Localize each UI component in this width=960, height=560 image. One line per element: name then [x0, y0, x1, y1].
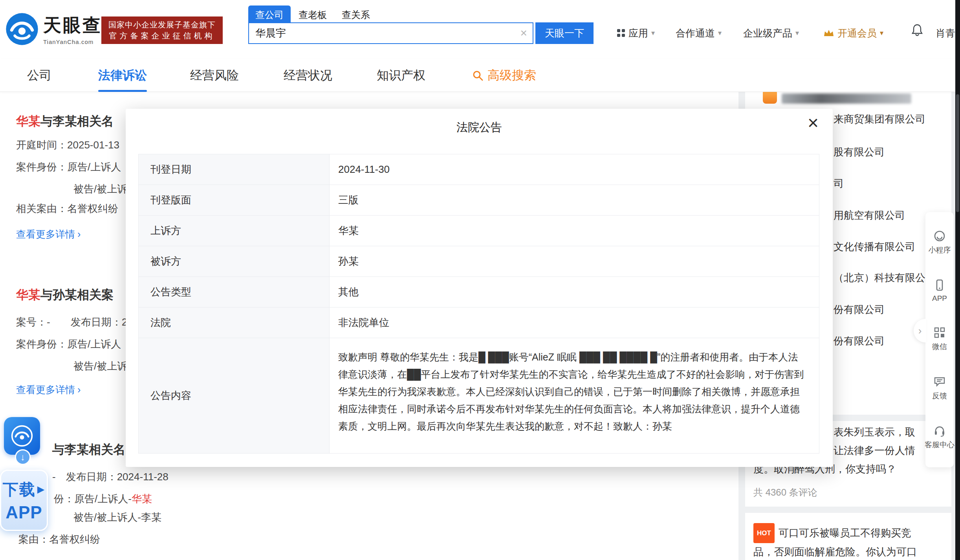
gov-badge: 国家中小企业发展子基金旗下 官方备案企业征信机构 — [101, 16, 223, 44]
play-icon: ▶ — [37, 484, 45, 495]
nav-intellectual-property[interactable]: 知识产权 — [377, 59, 425, 92]
company-list-item[interactable]: 股有限公司 — [834, 145, 885, 159]
menu-enterprise-label: 企业级产品 — [743, 27, 792, 40]
close-icon[interactable]: × — [808, 113, 819, 132]
view-more-link[interactable]: 查看更多详情› — [16, 228, 81, 241]
caret-down-icon: ▾ — [718, 29, 722, 37]
appellee-value: 孙某 — [330, 246, 819, 276]
sidebar-divider — [745, 507, 951, 513]
qr-code-icon — [933, 326, 946, 339]
page-section-value: 三版 — [330, 185, 819, 215]
company-list-item[interactable]: 来商贸集团有限公司 — [834, 112, 925, 126]
modal-title: 法院公告 — [126, 120, 833, 135]
case-number-date: 案号：- 发布日期：2 — [16, 315, 127, 329]
case-title[interactable]: 华某与孙某相关案 — [16, 287, 114, 303]
tianyancha-logo[interactable]: 天眼查 TianYanCha.com — [5, 13, 102, 46]
company-list-item[interactable]: 用航空有限公司 — [834, 209, 905, 222]
search-icon — [472, 70, 484, 81]
scrollbar-thumb[interactable] — [956, 94, 959, 212]
menu-cooperation[interactable]: 合作通道 ▾ — [676, 25, 722, 41]
case-title[interactable]: 与李某相关名 — [52, 441, 125, 458]
brand-text: 天眼查 TianYanCha.com — [43, 13, 102, 45]
toolbar-customer-service-label: 客服中心 — [925, 440, 955, 450]
toolbar-wechat[interactable]: 微信 — [932, 326, 947, 352]
company-list-item[interactable]: 份有限公司 — [834, 334, 885, 348]
notice-content-value: 致歉声明 尊敬的华某先生：我是█ ███账号“AlieZ 眠眠 ███ ██ █… — [330, 338, 819, 453]
headset-icon — [933, 424, 946, 437]
scrollbar[interactable] — [955, 0, 960, 560]
table-row: 公告内容 致歉声明 尊敬的华某先生：我是█ ███账号“AlieZ 眠眠 ███… — [139, 338, 819, 453]
table-row: 刊登版面 三版 — [139, 185, 819, 216]
company-list-item[interactable]: 司 — [834, 177, 844, 190]
publish-date-label: 刊登日期 — [139, 154, 330, 185]
news-comment-count: 共 4360 条评论 — [753, 486, 817, 499]
nav-company[interactable]: 公司 — [27, 59, 51, 92]
gov-badge-line2: 官方备案企业征信机构 — [108, 30, 216, 41]
caret-down-icon: ▾ — [795, 29, 799, 37]
toolbar-app-label: APP — [932, 294, 947, 303]
nav-lawsuit[interactable]: 法律诉讼 — [98, 59, 147, 92]
nav-business-risk[interactable]: 经营风险 — [190, 59, 239, 92]
company-list-item[interactable]: （北京）科技有限公 — [834, 271, 925, 285]
tianyancha-logo-icon — [11, 425, 33, 447]
toolbar-customer-service[interactable]: 客服中心 — [925, 424, 955, 450]
toolbar-miniprogram[interactable]: 小程序 — [929, 229, 951, 255]
tianyancha-logo-icon — [5, 13, 38, 46]
case-identity: 案件身份：原告/上诉人 — [16, 337, 121, 351]
case-identity: 份：原告/上诉人-华某 — [54, 492, 152, 506]
case-identity-defendant: 被告/被上诉 — [73, 359, 127, 373]
nav-advanced-search[interactable]: 高级搜索 — [472, 59, 536, 92]
menu-open-vip[interactable]: 开通会员 ▾ — [823, 25, 883, 41]
phone-icon — [933, 278, 946, 292]
search-box: × — [248, 22, 533, 44]
crown-icon — [823, 29, 834, 37]
case-party-highlight: 华某 — [16, 114, 40, 128]
appellant-value: 华某 — [330, 216, 819, 246]
side-toolbar: 小程序 APP 微信 反馈 客服中心 — [925, 212, 954, 467]
menu-vip-label: 开通会员 — [837, 27, 877, 40]
publish-date-value: 2024-11-30 — [330, 154, 819, 185]
chevron-right-icon: › — [77, 229, 81, 240]
nav-active-underline — [98, 90, 147, 92]
notice-content-label: 公告内容 — [139, 338, 330, 453]
company-list-item[interactable]: 文化传播有限公司 — [834, 240, 915, 254]
search-bar: × 天眼一下 — [248, 22, 594, 44]
notification-bell-icon[interactable] — [911, 24, 923, 38]
court-notice-modal: 法院公告 × 刊登日期 2024-11-30 刊登版面 三版 上诉方 华某 被诉… — [126, 109, 833, 467]
download-app-label: APP — [5, 503, 42, 522]
table-row: 公告类型 其他 — [139, 277, 819, 307]
menu-apps[interactable]: 应用 ▾ — [617, 25, 655, 41]
nav-business-status[interactable]: 经营状况 — [284, 59, 332, 92]
download-app-button[interactable]: 下载 ▶ APP — [0, 470, 48, 531]
search-input[interactable] — [249, 23, 533, 43]
toolbar-feedback-label: 反馈 — [932, 391, 947, 401]
appellee-label: 被诉方 — [139, 246, 330, 276]
menu-enterprise-products[interactable]: 企业级产品 ▾ — [743, 25, 799, 41]
case-court-date: 开庭时间：2025-01-13 — [16, 138, 119, 152]
download-arrow-icon[interactable]: ↓ — [15, 449, 31, 465]
view-more-link[interactable]: 查看更多详情› — [16, 383, 81, 396]
case-cause: 相关案由：名誉权纠纷 — [16, 202, 118, 216]
case-identity-defendant: 被告/被上诉人-李某 — [73, 511, 161, 524]
header: 天眼查 TianYanCha.com 国家中小企业发展子基金旗下 官方备案企业征… — [0, 0, 960, 59]
toolbar-app[interactable]: APP — [932, 278, 947, 303]
grid-icon — [617, 29, 625, 37]
hot-badge: HOT — [753, 523, 775, 543]
news-line[interactable]: 表朱列玉表示，取 — [834, 425, 915, 439]
gov-badge-line1: 国家中小企业发展子基金旗下 — [108, 19, 216, 30]
clear-icon[interactable]: × — [520, 26, 527, 40]
case-title[interactable]: 华某与李某相关名 — [16, 113, 114, 130]
case-number-date: - 发布日期：2024-11-28 — [52, 470, 169, 484]
download-label: 下载 — [3, 479, 36, 500]
toolbar-feedback[interactable]: 反馈 — [932, 375, 947, 401]
page-section-label: 刊登版面 — [139, 185, 330, 215]
caret-down-icon: ▾ — [880, 29, 883, 37]
sidebar-blurred-text — [782, 93, 911, 104]
search-button[interactable]: 天眼一下 — [535, 22, 594, 44]
company-list-item[interactable]: 份有限公司 — [834, 303, 885, 317]
news-line[interactable]: 让法律多一份人情 — [834, 444, 915, 458]
table-row: 刊登日期 2024-11-30 — [139, 154, 819, 185]
toolbar-wechat-label: 微信 — [932, 342, 947, 352]
hot-news-item[interactable]: HOT可口可乐被曝员工不得购买竞品，否则面临解雇危险。你认为可口可乐和百事 — [753, 523, 924, 560]
user-name[interactable]: 肖青 — [936, 27, 956, 40]
